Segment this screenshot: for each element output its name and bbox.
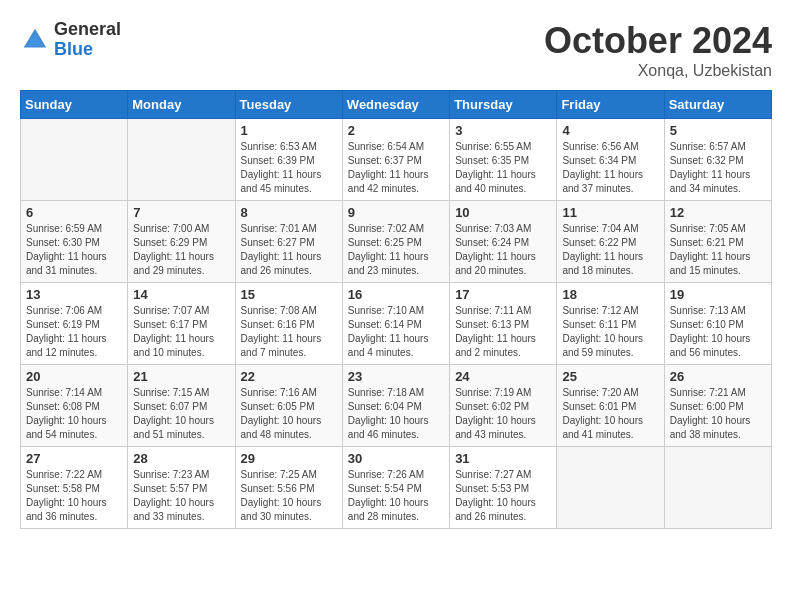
day-detail: Sunrise: 7:03 AMSunset: 6:24 PMDaylight:… — [455, 222, 551, 278]
day-number: 23 — [348, 369, 444, 384]
day-number: 24 — [455, 369, 551, 384]
day-detail: Sunrise: 7:01 AMSunset: 6:27 PMDaylight:… — [241, 222, 337, 278]
calendar-day-cell: 7 Sunrise: 7:00 AMSunset: 6:29 PMDayligh… — [128, 201, 235, 283]
logo: General Blue — [20, 20, 121, 60]
day-detail: Sunrise: 7:20 AMSunset: 6:01 PMDaylight:… — [562, 386, 658, 442]
logo-general-text: General — [54, 20, 121, 40]
day-detail: Sunrise: 7:10 AMSunset: 6:14 PMDaylight:… — [348, 304, 444, 360]
day-detail: Sunrise: 7:22 AMSunset: 5:58 PMDaylight:… — [26, 468, 122, 524]
calendar-day-cell: 28 Sunrise: 7:23 AMSunset: 5:57 PMDaylig… — [128, 447, 235, 529]
calendar-week-row: 27 Sunrise: 7:22 AMSunset: 5:58 PMDaylig… — [21, 447, 772, 529]
calendar-day-cell: 11 Sunrise: 7:04 AMSunset: 6:22 PMDaylig… — [557, 201, 664, 283]
day-detail: Sunrise: 7:19 AMSunset: 6:02 PMDaylight:… — [455, 386, 551, 442]
day-detail: Sunrise: 7:11 AMSunset: 6:13 PMDaylight:… — [455, 304, 551, 360]
col-header-tuesday: Tuesday — [235, 91, 342, 119]
calendar-day-cell: 21 Sunrise: 7:15 AMSunset: 6:07 PMDaylig… — [128, 365, 235, 447]
col-header-saturday: Saturday — [664, 91, 771, 119]
calendar-day-cell: 8 Sunrise: 7:01 AMSunset: 6:27 PMDayligh… — [235, 201, 342, 283]
day-number: 2 — [348, 123, 444, 138]
day-detail: Sunrise: 7:00 AMSunset: 6:29 PMDaylight:… — [133, 222, 229, 278]
day-detail: Sunrise: 6:59 AMSunset: 6:30 PMDaylight:… — [26, 222, 122, 278]
calendar-day-cell: 22 Sunrise: 7:16 AMSunset: 6:05 PMDaylig… — [235, 365, 342, 447]
page-header: General Blue October 2024 Xonqa, Uzbekis… — [20, 20, 772, 80]
calendar-day-cell — [664, 447, 771, 529]
day-detail: Sunrise: 7:27 AMSunset: 5:53 PMDaylight:… — [455, 468, 551, 524]
day-number: 26 — [670, 369, 766, 384]
calendar-week-row: 6 Sunrise: 6:59 AMSunset: 6:30 PMDayligh… — [21, 201, 772, 283]
day-number: 13 — [26, 287, 122, 302]
calendar-day-cell: 31 Sunrise: 7:27 AMSunset: 5:53 PMDaylig… — [450, 447, 557, 529]
col-header-thursday: Thursday — [450, 91, 557, 119]
day-detail: Sunrise: 7:25 AMSunset: 5:56 PMDaylight:… — [241, 468, 337, 524]
day-detail: Sunrise: 7:18 AMSunset: 6:04 PMDaylight:… — [348, 386, 444, 442]
calendar-day-cell: 17 Sunrise: 7:11 AMSunset: 6:13 PMDaylig… — [450, 283, 557, 365]
calendar-day-cell: 12 Sunrise: 7:05 AMSunset: 6:21 PMDaylig… — [664, 201, 771, 283]
day-number: 17 — [455, 287, 551, 302]
calendar-day-cell — [128, 119, 235, 201]
col-header-sunday: Sunday — [21, 91, 128, 119]
calendar-day-cell: 20 Sunrise: 7:14 AMSunset: 6:08 PMDaylig… — [21, 365, 128, 447]
day-number: 14 — [133, 287, 229, 302]
calendar-header-row: SundayMondayTuesdayWednesdayThursdayFrid… — [21, 91, 772, 119]
logo-blue-text: Blue — [54, 40, 121, 60]
calendar-table: SundayMondayTuesdayWednesdayThursdayFrid… — [20, 90, 772, 529]
calendar-day-cell: 16 Sunrise: 7:10 AMSunset: 6:14 PMDaylig… — [342, 283, 449, 365]
day-detail: Sunrise: 6:54 AMSunset: 6:37 PMDaylight:… — [348, 140, 444, 196]
logo-text: General Blue — [54, 20, 121, 60]
day-number: 4 — [562, 123, 658, 138]
calendar-day-cell: 26 Sunrise: 7:21 AMSunset: 6:00 PMDaylig… — [664, 365, 771, 447]
day-number: 11 — [562, 205, 658, 220]
day-number: 22 — [241, 369, 337, 384]
day-number: 20 — [26, 369, 122, 384]
calendar-day-cell: 2 Sunrise: 6:54 AMSunset: 6:37 PMDayligh… — [342, 119, 449, 201]
col-header-wednesday: Wednesday — [342, 91, 449, 119]
day-number: 9 — [348, 205, 444, 220]
calendar-day-cell: 10 Sunrise: 7:03 AMSunset: 6:24 PMDaylig… — [450, 201, 557, 283]
day-detail: Sunrise: 7:07 AMSunset: 6:17 PMDaylight:… — [133, 304, 229, 360]
calendar-day-cell: 15 Sunrise: 7:08 AMSunset: 6:16 PMDaylig… — [235, 283, 342, 365]
col-header-friday: Friday — [557, 91, 664, 119]
day-number: 29 — [241, 451, 337, 466]
day-detail: Sunrise: 6:53 AMSunset: 6:39 PMDaylight:… — [241, 140, 337, 196]
calendar-week-row: 1 Sunrise: 6:53 AMSunset: 6:39 PMDayligh… — [21, 119, 772, 201]
day-number: 16 — [348, 287, 444, 302]
day-detail: Sunrise: 6:56 AMSunset: 6:34 PMDaylight:… — [562, 140, 658, 196]
calendar-day-cell: 9 Sunrise: 7:02 AMSunset: 6:25 PMDayligh… — [342, 201, 449, 283]
logo-icon — [20, 25, 50, 55]
day-detail: Sunrise: 7:08 AMSunset: 6:16 PMDaylight:… — [241, 304, 337, 360]
day-number: 15 — [241, 287, 337, 302]
day-number: 31 — [455, 451, 551, 466]
calendar-day-cell: 14 Sunrise: 7:07 AMSunset: 6:17 PMDaylig… — [128, 283, 235, 365]
title-block: October 2024 Xonqa, Uzbekistan — [544, 20, 772, 80]
day-number: 28 — [133, 451, 229, 466]
day-detail: Sunrise: 7:15 AMSunset: 6:07 PMDaylight:… — [133, 386, 229, 442]
calendar-day-cell: 30 Sunrise: 7:26 AMSunset: 5:54 PMDaylig… — [342, 447, 449, 529]
calendar-day-cell — [557, 447, 664, 529]
day-number: 8 — [241, 205, 337, 220]
day-number: 25 — [562, 369, 658, 384]
calendar-day-cell: 3 Sunrise: 6:55 AMSunset: 6:35 PMDayligh… — [450, 119, 557, 201]
calendar-day-cell: 29 Sunrise: 7:25 AMSunset: 5:56 PMDaylig… — [235, 447, 342, 529]
day-detail: Sunrise: 7:12 AMSunset: 6:11 PMDaylight:… — [562, 304, 658, 360]
calendar-day-cell: 19 Sunrise: 7:13 AMSunset: 6:10 PMDaylig… — [664, 283, 771, 365]
day-detail: Sunrise: 7:23 AMSunset: 5:57 PMDaylight:… — [133, 468, 229, 524]
day-detail: Sunrise: 7:02 AMSunset: 6:25 PMDaylight:… — [348, 222, 444, 278]
day-number: 5 — [670, 123, 766, 138]
day-detail: Sunrise: 7:21 AMSunset: 6:00 PMDaylight:… — [670, 386, 766, 442]
day-number: 21 — [133, 369, 229, 384]
calendar-day-cell: 25 Sunrise: 7:20 AMSunset: 6:01 PMDaylig… — [557, 365, 664, 447]
calendar-day-cell: 18 Sunrise: 7:12 AMSunset: 6:11 PMDaylig… — [557, 283, 664, 365]
calendar-week-row: 13 Sunrise: 7:06 AMSunset: 6:19 PMDaylig… — [21, 283, 772, 365]
day-number: 1 — [241, 123, 337, 138]
calendar-day-cell: 27 Sunrise: 7:22 AMSunset: 5:58 PMDaylig… — [21, 447, 128, 529]
day-number: 30 — [348, 451, 444, 466]
day-number: 7 — [133, 205, 229, 220]
calendar-day-cell: 23 Sunrise: 7:18 AMSunset: 6:04 PMDaylig… — [342, 365, 449, 447]
day-detail: Sunrise: 7:14 AMSunset: 6:08 PMDaylight:… — [26, 386, 122, 442]
calendar-day-cell: 6 Sunrise: 6:59 AMSunset: 6:30 PMDayligh… — [21, 201, 128, 283]
day-detail: Sunrise: 7:04 AMSunset: 6:22 PMDaylight:… — [562, 222, 658, 278]
day-detail: Sunrise: 7:06 AMSunset: 6:19 PMDaylight:… — [26, 304, 122, 360]
calendar-day-cell: 4 Sunrise: 6:56 AMSunset: 6:34 PMDayligh… — [557, 119, 664, 201]
calendar-day-cell: 5 Sunrise: 6:57 AMSunset: 6:32 PMDayligh… — [664, 119, 771, 201]
day-number: 19 — [670, 287, 766, 302]
